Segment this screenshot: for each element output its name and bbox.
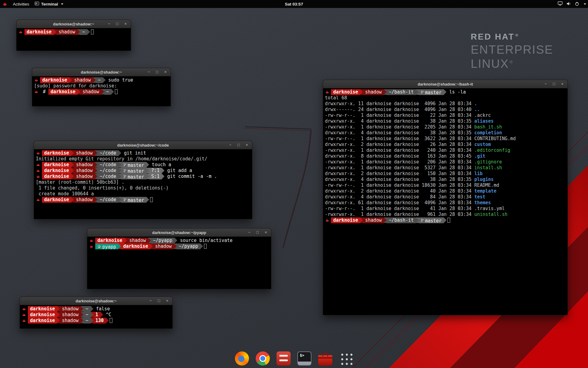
maximize-button[interactable]: □ — [255, 230, 260, 235]
terminal-line: drwx------. 24 darknoise darknoise 4096 … — [325, 107, 566, 113]
powerline-arrow — [162, 174, 164, 179]
minimize-button[interactable]: − — [107, 22, 111, 26]
close-button[interactable]: × — [245, 143, 249, 147]
maximize-button[interactable]: □ — [552, 82, 556, 86]
prompt-segment-user: darknoise — [42, 174, 71, 179]
powerline-arrow — [95, 168, 97, 173]
terminal-content[interactable]: darknoiseshadow~/bash-itmaster ls -latot… — [323, 88, 567, 315]
window-titlebar[interactable]: darknoise@shadow:~ − □ × — [17, 20, 131, 28]
firefox-icon[interactable] — [235, 351, 249, 366]
window-titlebar[interactable]: darknoise@shadow:~/code − □ × — [34, 141, 252, 149]
window-title: darknoise@shadow:~/bash-it — [418, 82, 473, 86]
terminal-text: touch a — [149, 162, 171, 167]
maximize-button[interactable]: □ — [115, 22, 119, 26]
prompt-segment-host: shadow — [72, 77, 93, 83]
powerline-arrow — [77, 89, 80, 94]
terminal-line: drwxrwxr-x. 4 darknoise darknoise 84 Jan… — [325, 194, 566, 200]
terminal-text: drwxrwxr-x. 4 darknoise darknoise 38 Jan… — [325, 177, 474, 182]
app-menu-label: Terminal — [41, 2, 58, 6]
terminal-text: false — [93, 306, 110, 312]
terminal-line: drwxrwxr-x. 4 darknoise darknoise 38 Jan… — [325, 130, 566, 136]
terminal-content[interactable]: darknoiseshadow~/code git initInitialize… — [34, 149, 252, 219]
terminal-text: [sudo] password for darknoise: — [34, 83, 117, 89]
powerline-arrow — [124, 238, 127, 243]
terminal-text: lib — [474, 171, 483, 176]
window-titlebar[interactable]: darknoise@shadow:~ − □ × — [32, 68, 171, 76]
terminal-line: darknoiseshadow~/codemasterS:1 git commi… — [36, 174, 250, 179]
show-applications-icon[interactable] — [339, 351, 353, 366]
terminal-text: bash_it.sh — [474, 124, 502, 130]
terminal-line: -rwxrwxr-x. 1 darknoise darknoise 5327 J… — [325, 165, 566, 171]
terminal-line: -rwxrwxr-x. 1 darknoise darknoise 240 Ja… — [325, 148, 566, 153]
powerline-arrow — [95, 174, 97, 179]
prompt-segment-path: ~ — [83, 306, 90, 312]
powerline-arrow — [174, 243, 177, 249]
rhel-wallpaper-logo: RED HAT® ENTERPRISE LINUX® — [471, 32, 553, 71]
powerline-arrow — [416, 89, 419, 95]
maximize-button[interactable]: □ — [155, 70, 159, 74]
prompt-segment-user: darknoise — [24, 29, 54, 35]
prompt-segment-path: ~ — [96, 77, 103, 83]
minimize-button[interactable]: − — [147, 70, 151, 74]
close-button[interactable]: × — [165, 299, 169, 303]
file-manager-icon[interactable] — [277, 351, 291, 366]
minimize-button[interactable]: − — [228, 143, 232, 147]
system-status-area[interactable] — [558, 0, 586, 8]
toolbox-icon[interactable] — [318, 351, 332, 366]
redhat-distro-icon[interactable] — [2, 2, 7, 6]
close-button[interactable]: × — [123, 22, 128, 26]
close-button[interactable]: × — [560, 82, 564, 86]
terminal-text: test — [474, 194, 485, 200]
terminal-line: drwxrwxr-x. 4 darknoise darknoise 38 Jan… — [325, 118, 566, 124]
terminal-content[interactable]: darknoiseshadow~/pyapp source bin/activa… — [87, 237, 271, 289]
prompt-segment-user: darknoise — [28, 318, 57, 324]
redhat-icon — [89, 244, 93, 249]
prompt-segment-user: darknoise — [42, 168, 71, 174]
prompt-segment-host: shadow — [74, 150, 95, 156]
branch-icon — [123, 174, 126, 179]
gnome-top-bar: Activities Terminal Sat 03:57 — [0, 0, 588, 8]
volume-icon — [566, 2, 571, 7]
terminal-line: drwxrwxr-x. 11 darknoise darknoise 4096 … — [325, 101, 566, 107]
terminal-line: darknoiseshadow~ — [18, 29, 129, 35]
window-titlebar[interactable]: darknoise@shadow:~/pyapp − □ × — [87, 228, 271, 237]
redhat-icon — [36, 151, 40, 155]
terminal-line: darknoiseshadow~/codemaster?:1 git add a — [36, 168, 250, 174]
close-button[interactable]: × — [163, 70, 168, 74]
terminal-line: -rw-rw-r--. 1 darknoise darknoise 41 Jan… — [325, 206, 566, 212]
window-titlebar[interactable]: darknoise@shadow:~/bash-it − □ × — [323, 80, 567, 88]
activities-button[interactable]: Activities — [12, 1, 30, 7]
powerline-arrow — [71, 150, 74, 156]
terminal-content[interactable]: darknoiseshadow~ falsedarknoiseshadow~1 … — [20, 305, 172, 328]
terminal-content[interactable]: darknoiseshadow~ sudo true[sudo] passwor… — [32, 76, 171, 106]
minimize-button[interactable]: − — [247, 230, 251, 235]
prompt-segment-user: darknoise — [42, 162, 71, 168]
app-menu[interactable]: Terminal — [35, 2, 63, 6]
terminal-line: darknoiseshadow~ sudo true — [34, 77, 169, 83]
redhat-icon — [36, 163, 40, 167]
prompt-segment-host: shadow — [74, 168, 95, 174]
prompt-segment-path: ~/code — [97, 162, 118, 168]
redhat-icon — [325, 90, 329, 94]
minimize-button[interactable]: − — [544, 82, 548, 86]
prompt-segment-user: darknoise — [331, 217, 360, 223]
terminal-line: -rw-rw-r--. 1 darknoise darknoise 22 Jan… — [325, 113, 566, 118]
minimize-button[interactable]: − — [149, 299, 153, 303]
prompt-segment-exit: 1 — [93, 312, 100, 318]
terminal-text: # — [40, 89, 48, 94]
terminal-text: drwxrwxr-x. 2 darknoise darknoise 40 Jan… — [325, 188, 474, 194]
window-titlebar[interactable]: darknoise@shadow:~ − □ × — [20, 297, 172, 305]
terminal-line: 1 file changed, 0 insertions(+), 0 delet… — [36, 185, 250, 191]
terminal-text: ls -la — [447, 89, 466, 95]
prompt-segment-path: ~ — [80, 29, 87, 35]
prompt-segment-user: darknoise — [28, 306, 57, 312]
clock[interactable]: Sat 03:57 — [285, 2, 303, 6]
terminal-content[interactable]: darknoiseshadow~ — [17, 28, 131, 51]
maximize-button[interactable]: □ — [236, 143, 241, 147]
close-button[interactable]: × — [264, 230, 268, 235]
terminal-line: darknoiseshadow~/codemaster — [36, 197, 250, 203]
maximize-button[interactable]: □ — [157, 299, 161, 303]
terminal-icon[interactable]: $> — [297, 351, 311, 366]
terminal-app-icon — [35, 2, 39, 6]
chrome-icon[interactable] — [256, 351, 270, 366]
